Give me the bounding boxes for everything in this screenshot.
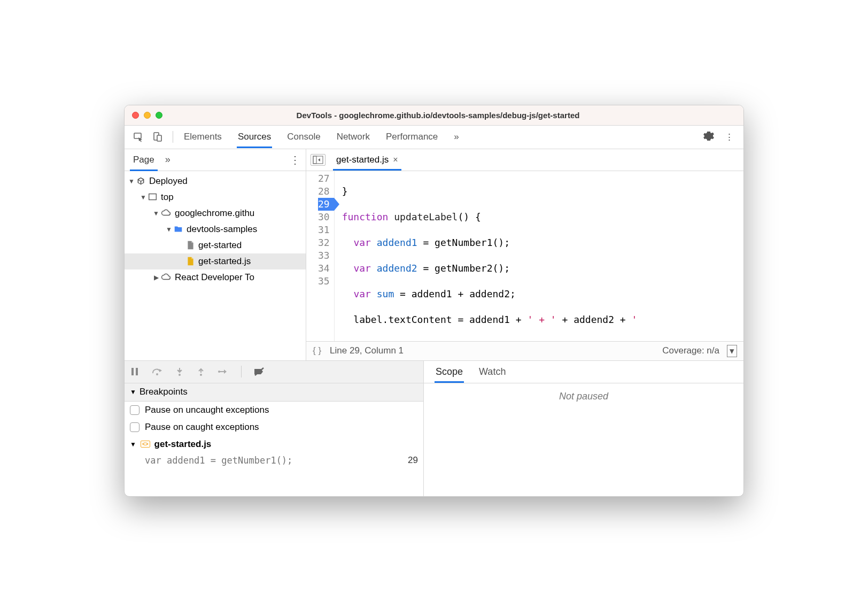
cube-icon bbox=[136, 176, 145, 186]
close-window-button[interactable] bbox=[132, 112, 139, 119]
navigator-more-icon[interactable]: ⋮ bbox=[290, 153, 300, 166]
js-badge-icon: <> bbox=[141, 441, 150, 448]
expand-arrow-icon[interactable]: ▼ bbox=[165, 226, 173, 233]
expand-statusbar-icon[interactable]: ▾ bbox=[727, 345, 737, 357]
svg-rect-0 bbox=[134, 133, 141, 138]
traffic-lights bbox=[132, 112, 162, 119]
cloud-icon bbox=[161, 273, 171, 282]
code-body[interactable]: } function updateLabel() { var addend1 =… bbox=[335, 171, 743, 341]
editor-tab-label: get-started.js bbox=[336, 155, 389, 165]
checkbox[interactable] bbox=[130, 422, 140, 432]
inspect-element-icon[interactable] bbox=[129, 129, 148, 144]
device-toggle-icon[interactable] bbox=[148, 129, 167, 144]
expand-arrow-icon[interactable]: ▶ bbox=[152, 274, 160, 281]
cursor-position: Line 29, Column 1 bbox=[330, 345, 662, 356]
panel-tabs: Elements Sources Console Network Perform… bbox=[179, 126, 698, 148]
tab-console[interactable]: Console bbox=[286, 126, 321, 148]
debugger-toolbar bbox=[125, 361, 423, 383]
pause-uncaught-row[interactable]: Pause on uncaught exceptions bbox=[125, 402, 423, 419]
tree-item[interactable]: ▼ top bbox=[125, 189, 306, 205]
svg-point-10 bbox=[200, 374, 202, 376]
svg-rect-3 bbox=[149, 194, 157, 200]
file-tree: ▼ Deployed ▼ top ▼ googlechrome.githu ▼ bbox=[125, 171, 306, 360]
devtools-window: DevTools - googlechrome.github.io/devtoo… bbox=[124, 105, 744, 497]
frame-icon bbox=[148, 192, 157, 202]
expand-arrow-icon[interactable]: ▼ bbox=[140, 194, 147, 201]
scope-tabs: Scope Watch bbox=[424, 361, 743, 383]
breakpoint-marker[interactable]: 29 bbox=[318, 198, 334, 211]
step-icon[interactable] bbox=[218, 367, 229, 376]
js-file-icon bbox=[187, 257, 195, 266]
svg-point-8 bbox=[156, 373, 158, 375]
navigator-panel: Page » ⋮ ▼ Deployed ▼ top ▼ bbox=[125, 149, 306, 360]
navigator-overflow[interactable]: » bbox=[165, 154, 170, 165]
checkbox[interactable] bbox=[130, 405, 140, 415]
settings-icon[interactable] bbox=[698, 128, 719, 146]
pause-icon[interactable] bbox=[130, 367, 140, 376]
minimize-window-button[interactable] bbox=[144, 112, 151, 119]
tab-scope[interactable]: Scope bbox=[435, 361, 464, 382]
editor-statusbar: { } Line 29, Column 1 Coverage: n/a ▾ bbox=[306, 341, 743, 360]
tree-item[interactable]: ▼ googlechrome.githu bbox=[125, 205, 306, 221]
svg-rect-2 bbox=[157, 135, 161, 141]
tab-network[interactable]: Network bbox=[336, 126, 371, 148]
main-toolbar: Elements Sources Console Network Perform… bbox=[125, 126, 743, 149]
coverage-label: Coverage: n/a bbox=[662, 345, 719, 356]
maximize-window-button[interactable] bbox=[156, 112, 162, 119]
toggle-navigator-icon[interactable] bbox=[311, 154, 326, 166]
cloud-icon bbox=[161, 209, 171, 218]
document-icon bbox=[187, 241, 195, 250]
tab-watch[interactable]: Watch bbox=[478, 361, 507, 382]
svg-rect-6 bbox=[131, 368, 134, 375]
svg-rect-5 bbox=[313, 156, 316, 164]
svg-rect-7 bbox=[136, 368, 138, 375]
folder-icon bbox=[174, 225, 183, 234]
svg-point-11 bbox=[218, 371, 220, 373]
scope-message: Not paused bbox=[424, 383, 743, 496]
breakpoint-item[interactable]: var addend1 = getNumber1(); 29 bbox=[125, 453, 423, 468]
step-out-icon[interactable] bbox=[196, 367, 206, 376]
breakpoint-file-group[interactable]: ▼ <> get-started.js bbox=[125, 436, 423, 453]
tab-overflow[interactable]: » bbox=[453, 126, 460, 148]
step-into-icon[interactable] bbox=[175, 367, 184, 376]
deactivate-breakpoints-icon[interactable] bbox=[253, 367, 265, 376]
navigator-tab-page[interactable]: Page bbox=[130, 149, 158, 171]
editor-tabbar: get-started.js × bbox=[306, 149, 743, 171]
pretty-print-icon[interactable]: { } bbox=[313, 345, 321, 356]
pause-caught-row[interactable]: Pause on caught exceptions bbox=[125, 419, 423, 436]
tab-elements[interactable]: Elements bbox=[183, 126, 223, 148]
svg-point-9 bbox=[179, 374, 181, 376]
tab-performance[interactable]: Performance bbox=[385, 126, 439, 148]
window-title: DevTools - googlechrome.github.io/devtoo… bbox=[172, 111, 704, 120]
tree-item[interactable]: get-started.js bbox=[125, 253, 306, 269]
debugger-drawer: ▼ Breakpoints Pause on uncaught exceptio… bbox=[125, 360, 743, 496]
tree-item[interactable]: ▼ devtools-samples bbox=[125, 221, 306, 237]
tree-item[interactable]: ▶ React Developer To bbox=[125, 269, 306, 286]
tree-item[interactable]: get-started bbox=[125, 237, 306, 253]
line-gutter[interactable]: 27 28 29 30 31 32 33 34 35 bbox=[306, 171, 335, 341]
close-tab-icon[interactable]: × bbox=[393, 155, 398, 165]
breakpoints-header[interactable]: ▼ Breakpoints bbox=[125, 383, 423, 402]
titlebar: DevTools - googlechrome.github.io/devtoo… bbox=[125, 105, 743, 126]
expand-arrow-icon[interactable]: ▼ bbox=[128, 178, 135, 185]
tree-item[interactable]: ▼ Deployed bbox=[125, 173, 306, 189]
kebab-menu-icon[interactable]: ⋮ bbox=[719, 129, 739, 145]
code-editor[interactable]: 27 28 29 30 31 32 33 34 35 } function up… bbox=[306, 171, 743, 341]
tab-sources[interactable]: Sources bbox=[237, 126, 272, 148]
expand-arrow-icon[interactable]: ▼ bbox=[152, 210, 160, 217]
editor-tab[interactable]: get-started.js × bbox=[333, 150, 401, 170]
step-over-icon[interactable] bbox=[151, 367, 163, 376]
